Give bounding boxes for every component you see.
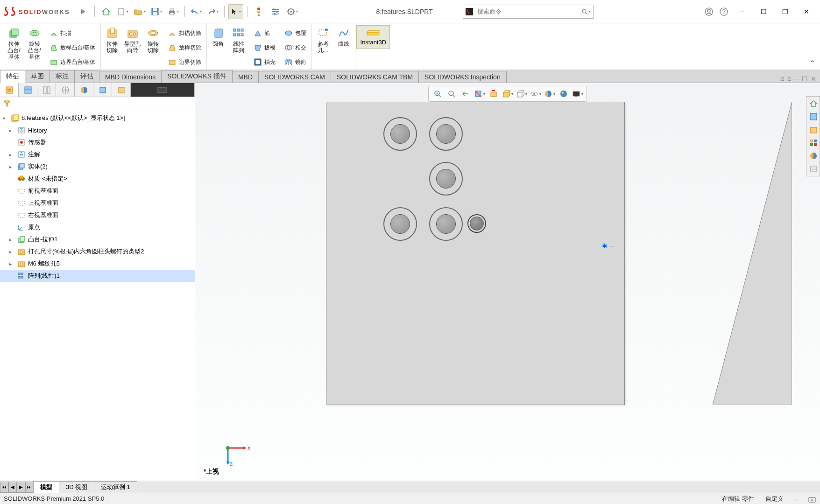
wrap-button[interactable]: 包覆 [281, 26, 310, 40]
expand-icon[interactable]: ▸ [9, 164, 15, 169]
model-tab[interactable]: 模型 [33, 481, 59, 493]
overflow-tab[interactable] [131, 83, 195, 97]
last-tab-icon[interactable]: ⏭ [25, 482, 34, 493]
boundary-button[interactable]: 边界凸台/基体 [46, 55, 99, 69]
undo-icon[interactable] [189, 4, 204, 19]
first-tab-icon[interactable]: ⏮ [0, 482, 8, 493]
search-icon[interactable] [579, 8, 593, 15]
print-icon[interactable] [166, 4, 181, 19]
part-body[interactable]: ✱→ [326, 102, 625, 405]
traffic-light-icon[interactable] [251, 4, 266, 19]
extrude-cut-button[interactable]: 拉伸 切除 [102, 25, 122, 55]
tab-inspection[interactable]: SOLIDWORKS Inspection [418, 71, 507, 83]
tab-features[interactable]: 特征 [0, 70, 25, 83]
tree-item[interactable]: 右视基准面 [0, 209, 195, 221]
3dview-tab[interactable]: 3D 视图 [59, 481, 94, 493]
save-icon[interactable] [149, 4, 164, 19]
expand-icon[interactable]: ▸ [9, 261, 15, 266]
shell-button[interactable]: 抽壳 [250, 55, 279, 69]
hole-wizard-button[interactable]: 异型孔 向导 [122, 25, 143, 55]
display-manager-tab[interactable] [75, 83, 93, 97]
tree-item[interactable]: 上视基准面 [0, 197, 195, 209]
graphics-viewport[interactable]: ✱→ x z *上视 [195, 83, 820, 481]
hole-feature[interactable] [429, 207, 463, 241]
tree-item[interactable]: 材质 <未指定> [0, 173, 195, 185]
tab-cam-tbm[interactable]: SOLIDWORKS CAM TBM [331, 71, 419, 83]
panel-left-icon[interactable]: ⧄ [780, 75, 785, 83]
cam-tree-tab[interactable] [93, 83, 112, 97]
maximize-button[interactable]: ☐ [753, 4, 774, 19]
doc-close-icon[interactable]: ✕ [811, 75, 816, 83]
tree-item[interactable]: ▸History [0, 124, 195, 136]
zoom-fit-icon[interactable] [431, 88, 444, 100]
minimize-button[interactable]: ─ [731, 4, 753, 19]
tab-sketch[interactable]: 草图 [25, 70, 50, 83]
hide-show-icon[interactable] [530, 88, 542, 100]
revolve-cut-button[interactable]: 旋转 切除 [143, 25, 163, 55]
hole-feature[interactable] [383, 207, 417, 241]
settings-icon[interactable] [285, 4, 300, 19]
sweep-button[interactable]: 扫描 [46, 26, 99, 40]
mirror-button[interactable]: 镜向 [281, 55, 310, 69]
tab-mbd[interactable]: MBD [232, 71, 259, 83]
tree-item[interactable]: ▸M6 螺纹孔5 [0, 258, 195, 270]
property-manager-tab[interactable] [19, 83, 37, 97]
prev-view-icon[interactable] [459, 88, 472, 100]
extrude-boss-button[interactable]: 拉伸 凸台/ 基体 [4, 25, 24, 62]
home-pane-icon[interactable] [807, 98, 820, 110]
home-icon[interactable] [99, 4, 113, 19]
resources-pane-icon[interactable] [807, 111, 820, 123]
close-button[interactable]: ✕ [796, 4, 817, 19]
scene-icon[interactable] [558, 88, 570, 100]
tree-item[interactable]: ▸打孔尺寸(%根据)内六角圆柱头螺钉的类型2 [0, 245, 195, 258]
redo-icon[interactable] [205, 4, 220, 19]
section-view-icon[interactable] [474, 88, 486, 100]
revolve-boss-button[interactable]: 旋转 凸台/ 基体 [24, 25, 45, 62]
instant3d-button[interactable]: Instant3D [356, 25, 390, 49]
boundary-cut-button[interactable]: 边界切除 [164, 55, 205, 69]
zoom-area-icon[interactable] [445, 88, 458, 100]
restore-button[interactable]: ❐ [774, 4, 796, 19]
rib-button[interactable]: 筋 [250, 26, 279, 40]
collapse-ribbon-icon[interactable]: ⌃ [809, 59, 815, 68]
next-tab-icon[interactable]: ▶ [17, 482, 25, 493]
view-orientation-icon[interactable] [502, 88, 514, 100]
tree-item[interactable]: 传感器 [0, 136, 195, 148]
tree-root[interactable]: ▾8.features (默认<<默认>_显示状态 1>) [0, 112, 195, 124]
appearances-pane-icon[interactable] [807, 150, 820, 162]
fillet-button[interactable]: 圆角 [208, 25, 228, 49]
cam-ops-tab[interactable] [112, 83, 131, 97]
linear-pattern-button[interactable]: 线性 阵列 [228, 25, 249, 55]
filter-bar[interactable] [0, 97, 195, 110]
dynamic-view-icon[interactable] [488, 88, 500, 100]
appearance-icon[interactable] [544, 88, 556, 100]
loft-button[interactable]: 放样凸台/基体 [46, 41, 99, 55]
view-palette-icon[interactable] [807, 137, 820, 149]
tab-addins[interactable]: SOLIDWORKS 插件 [161, 70, 233, 83]
status-gear-icon[interactable] [808, 495, 816, 503]
properties-pane-icon[interactable] [807, 163, 820, 175]
prev-tab-icon[interactable]: ◀ [8, 482, 17, 493]
hole-feature[interactable] [429, 162, 463, 196]
expand-icon[interactable]: ▸ [9, 249, 15, 254]
sweep-cut-button[interactable]: 扫描切除 [164, 26, 205, 40]
user-icon[interactable] [701, 4, 716, 19]
hole-feature[interactable] [383, 117, 417, 151]
tab-annotate[interactable]: 标注 [49, 70, 75, 83]
help-icon[interactable]: ? [716, 4, 731, 19]
panel-right-icon[interactable]: ⧅ [787, 75, 792, 83]
feature-tree-tab[interactable] [0, 83, 19, 97]
doc-minimize-icon[interactable]: ─ [794, 75, 799, 83]
threaded-hole-feature[interactable] [467, 214, 486, 233]
tab-evaluate[interactable]: 评估 [74, 70, 99, 83]
dimxpert-tab[interactable] [56, 83, 75, 97]
play-icon[interactable] [76, 4, 91, 19]
doc-maximize-icon[interactable]: ☐ [802, 75, 808, 83]
config-manager-tab[interactable] [37, 83, 56, 97]
select-icon[interactable] [228, 4, 243, 19]
expand-icon[interactable]: ▸ [9, 128, 15, 133]
second-body[interactable] [713, 102, 792, 405]
tab-mbd-dim[interactable]: MBD Dimensions [99, 71, 162, 83]
tree-item[interactable]: 原点 [0, 221, 195, 233]
expand-icon[interactable]: ▾ [3, 116, 8, 121]
